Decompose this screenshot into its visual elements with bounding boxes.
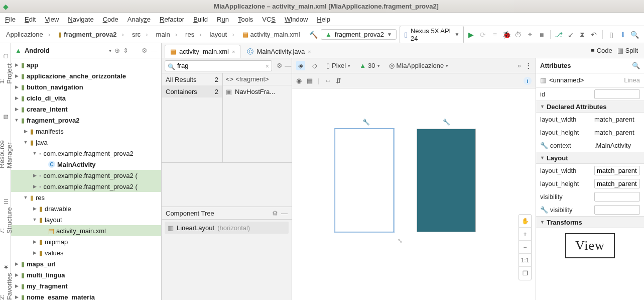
theme-app-button[interactable]: ◎ MiaApplicazione ▾ — [387, 61, 451, 70]
tree-node[interactable]: ▶▮nome_esame_materia — [11, 291, 161, 300]
tree-node[interactable]: ▶▮values — [11, 247, 161, 258]
tree-node[interactable]: ▶▮app — [11, 59, 161, 70]
pan-button[interactable]: ✋ — [519, 215, 531, 228]
vcs-icon[interactable]: ⎇ — [555, 30, 563, 40]
menu-help[interactable]: Help — [317, 16, 330, 23]
search-icon[interactable]: 🔍 — [632, 62, 640, 69]
tree-node[interactable]: ▶▮my_fragment — [11, 280, 161, 291]
tree-node[interactable]: ▤activity_main.xml — [11, 225, 161, 236]
stop-button[interactable]: ■ — [537, 30, 546, 40]
tree-node[interactable]: ▼▪com.example.fragment_prova2 — [11, 148, 161, 159]
viewport-icon[interactable]: ▤ — [307, 77, 313, 84]
palette-category-containers[interactable]: Containers2 — [162, 85, 222, 97]
search-icon[interactable]: 🔍 — [630, 30, 639, 40]
close-icon[interactable]: × — [308, 49, 311, 55]
palette-item-fragment[interactable]: <> <fragment> — [223, 73, 292, 85]
crumb-src[interactable]: src — [128, 29, 152, 40]
crumb-res[interactable]: res — [181, 29, 205, 40]
attr-layout-height[interactable]: match_parent — [594, 129, 640, 136]
avd-icon[interactable]: ▯ — [607, 30, 615, 40]
menu-navigate[interactable]: Navigate — [68, 16, 93, 23]
locate-icon[interactable]: ⊕ — [114, 47, 120, 54]
section-transforms[interactable]: ▼Transforms — [536, 216, 644, 228]
tree-node[interactable]: CMainActivity — [11, 159, 161, 170]
gear-icon[interactable]: ⚙ — [272, 210, 278, 217]
info-icon[interactable]: i — [524, 77, 532, 85]
crumb-layout[interactable]: layout — [206, 29, 238, 40]
tree-node[interactable]: ▶▮multi_lingua — [11, 269, 161, 280]
view-split-button[interactable]: ▥ Split — [617, 47, 638, 54]
palette-item-navhost[interactable]: ▣ NavHostFra... — [223, 85, 292, 97]
more-icon[interactable]: » — [518, 62, 521, 69]
attr-id-input[interactable] — [594, 89, 640, 99]
tree-node[interactable]: ▼▮res — [11, 192, 161, 203]
sdk-icon[interactable]: ⬇ — [618, 30, 627, 40]
attach-icon[interactable]: ⌖ — [526, 30, 534, 40]
apply-changes-icon[interactable]: ⟳ — [479, 30, 487, 40]
zoom-fit-button[interactable]: 1:1 — [519, 254, 531, 267]
tab-mainactivity[interactable]: Ⓒ MainActivity.java × — [241, 45, 316, 58]
menu-file[interactable]: File — [5, 16, 16, 23]
update-icon[interactable]: ↙ — [566, 30, 575, 40]
tree-node[interactable]: ▶▮ciclo_di_vita — [11, 92, 161, 104]
resize-handle-icon[interactable]: ⤡ — [398, 237, 403, 244]
attr-l-height-input[interactable] — [594, 179, 640, 188]
tree-node[interactable]: ▶▪com.example.fragment_prova2 ( — [11, 181, 161, 192]
crumb-file[interactable]: ▤activity_main.xml — [238, 29, 309, 40]
design-preview-blueprint[interactable] — [417, 129, 476, 232]
device-selector[interactable]: ▯ Nexus 5X API 24 ▼ — [400, 26, 464, 44]
attr-context[interactable]: .MainActivity — [594, 142, 640, 149]
crumb-root[interactable]: Applicazione — [2, 29, 54, 40]
component-tree[interactable]: ▥ LinearLayout (horizontal) — [162, 220, 292, 300]
revert-icon[interactable]: ↶ — [590, 30, 598, 40]
palette-category-all[interactable]: All Results2 — [162, 73, 222, 85]
tree-node[interactable]: ▶▪com.example.fragment_prova2 ( — [11, 170, 161, 181]
tree-node[interactable]: ▼▮fragment_prova2 — [11, 115, 161, 126]
menu-tools[interactable]: Tools — [238, 16, 253, 23]
menu-code[interactable]: Code — [103, 16, 118, 23]
clear-icon[interactable]: × — [266, 63, 269, 70]
tree-node[interactable]: ▼▮java — [11, 137, 161, 148]
collapse-icon[interactable]: ⇕ — [123, 47, 128, 54]
palette-search-input[interactable] — [165, 60, 272, 71]
align-icon[interactable]: ⇵ — [336, 77, 341, 84]
component-tree-root[interactable]: ▥ LinearLayout (horizontal) — [165, 222, 289, 234]
tree-node[interactable]: ▶▮drawable — [11, 203, 161, 214]
menu-run[interactable]: Run — [217, 16, 229, 23]
hide-icon[interactable]: — — [281, 210, 288, 217]
debug-button[interactable]: 🐞 — [502, 30, 510, 40]
tab-structure[interactable]: 7: Structure ☰ — [0, 198, 13, 234]
menu-build[interactable]: Build — [193, 16, 208, 23]
build-hammer-icon[interactable]: 🔨 — [309, 30, 318, 40]
menu-analyze[interactable]: Analyze — [127, 16, 151, 23]
tree-node[interactable]: ▼▮layout — [11, 214, 161, 225]
hide-icon[interactable]: — — [151, 47, 157, 54]
attr-l-width-input[interactable] — [594, 166, 640, 175]
tree-node[interactable]: ▶▮button_navigation — [11, 81, 161, 92]
tree-node[interactable]: ▶▮manifests — [11, 126, 161, 137]
arrow-left-right-icon[interactable]: ↔ — [324, 77, 331, 84]
design-mode-button[interactable]: ◈ — [296, 61, 305, 70]
design-canvas[interactable]: 🔧 🔧 ⤡ ✋ + − 1:1 ❐ — [292, 88, 536, 300]
device-type-button[interactable]: ▯ Pixel ▾ — [324, 61, 352, 70]
crumb-module[interactable]: ▮fragment_prova2 — [54, 29, 128, 40]
menu-view[interactable]: View — [45, 16, 59, 23]
attr-visibility-input[interactable] — [594, 192, 640, 202]
close-icon[interactable]: × — [232, 49, 235, 55]
history-icon[interactable]: ⧗ — [578, 30, 586, 40]
gear-icon[interactable]: ⚙ — [275, 62, 285, 69]
orientation-button[interactable]: ◇ — [310, 61, 319, 70]
eye-icon[interactable]: ◉ — [296, 77, 302, 84]
tree-node[interactable]: ▶▮maps_url — [11, 258, 161, 269]
overflow-icon[interactable]: ⋮ — [525, 62, 532, 69]
apply-code-icon[interactable]: ≡ — [490, 30, 499, 40]
api-level-button[interactable]: ▲ 30 ▾ — [357, 61, 381, 70]
run-button[interactable]: ▶ — [467, 30, 475, 40]
gear-icon[interactable]: ⚙ — [142, 47, 148, 54]
crumb-main[interactable]: main — [152, 29, 182, 40]
view-code-button[interactable]: ≡ Code — [591, 47, 612, 54]
tree-node[interactable]: ▶▮mipmap — [11, 236, 161, 247]
menu-vcs[interactable]: VCS — [262, 16, 276, 23]
profile-button[interactable]: ⏱ — [514, 30, 523, 40]
section-layout[interactable]: ▼Layout — [536, 152, 644, 164]
